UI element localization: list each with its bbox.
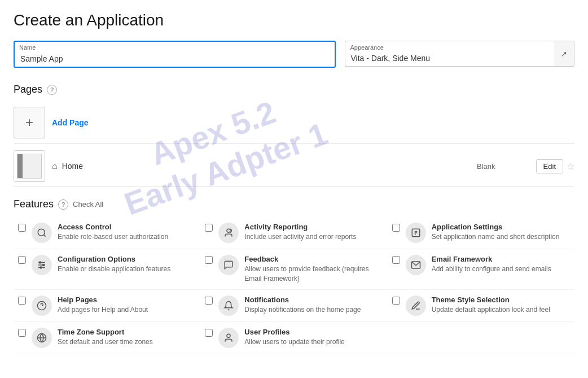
feature-icon-config-options bbox=[32, 255, 52, 275]
feature-item-feedback: Feedback Allow users to provide feedback… bbox=[200, 249, 387, 290]
feature-desc-app-settings: Set application name and short descripti… bbox=[432, 232, 570, 242]
feature-checkbox-email-framework[interactable] bbox=[392, 256, 400, 264]
check-all-link[interactable]: Check All bbox=[73, 200, 103, 208]
feature-name-app-settings: Application Settings bbox=[432, 223, 570, 231]
feature-icon-help-pages bbox=[32, 296, 52, 316]
page-row: ⌂ Home Blank Edit ☆ bbox=[14, 146, 574, 187]
feature-text-theme-style: Theme Style Selection Update default app… bbox=[432, 296, 570, 315]
page-name: Home bbox=[62, 162, 83, 171]
top-form-row: Name Appearance ↗ bbox=[14, 41, 574, 68]
feature-icon-theme-style bbox=[406, 296, 426, 316]
appearance-field-group: Appearance ↗ bbox=[345, 41, 575, 67]
feature-text-user-profiles: User Profiles Allow users to update thei… bbox=[244, 328, 383, 347]
feature-text-app-settings: Application Settings Set application nam… bbox=[432, 223, 570, 242]
svg-point-15 bbox=[227, 334, 230, 337]
feature-name-notifications: Notifications bbox=[244, 296, 383, 304]
feature-text-activity-reporting: Activity Reporting Include user activity… bbox=[244, 223, 383, 242]
feature-desc-user-profiles: Allow users to update their profile bbox=[244, 337, 383, 347]
add-page-link[interactable]: Add Page bbox=[52, 118, 89, 127]
feature-checkbox-config-options[interactable] bbox=[18, 256, 26, 264]
feature-item-help-pages: Help Pages Add pages for Help and About bbox=[14, 290, 200, 322]
feature-item-theme-style: Theme Style Selection Update default app… bbox=[388, 290, 574, 322]
name-input[interactable] bbox=[14, 41, 336, 68]
feature-item-config-options: Configuration Options Enable or disable … bbox=[14, 249, 200, 290]
feature-icon-user-profiles bbox=[218, 328, 239, 348]
feature-desc-config-options: Enable or disable application features bbox=[58, 264, 196, 274]
feature-desc-activity-reporting: Include user activity and error reports bbox=[244, 232, 383, 242]
home-icon: ⌂ bbox=[52, 161, 58, 171]
page-actions: Edit ☆ bbox=[536, 159, 574, 173]
edit-page-button[interactable]: Edit bbox=[536, 159, 563, 173]
feature-text-email-framework: Email Framework Add ability to configure… bbox=[432, 255, 570, 274]
feature-checkbox-notifications[interactable] bbox=[205, 297, 213, 305]
feature-item-activity-reporting: Activity Reporting Include user activity… bbox=[200, 217, 387, 249]
feature-icon-feedback bbox=[218, 255, 239, 275]
feature-text-help-pages: Help Pages Add pages for Help and About bbox=[58, 296, 196, 315]
plus-icon: + bbox=[25, 115, 33, 131]
name-field-group: Name bbox=[14, 41, 336, 68]
page-type: Blank bbox=[477, 162, 495, 171]
feature-desc-email-framework: Add ability to configure and send emails bbox=[432, 264, 570, 274]
appearance-input[interactable] bbox=[345, 41, 555, 67]
pages-help-icon[interactable]: ? bbox=[47, 85, 57, 95]
feature-name-theme-style: Theme Style Selection bbox=[432, 296, 570, 304]
svg-point-0 bbox=[38, 229, 45, 236]
expand-icon: ↗ bbox=[561, 50, 567, 58]
feature-desc-theme-style: Update default application look and feel bbox=[432, 305, 570, 315]
feature-item-app-settings: Application Settings Set application nam… bbox=[388, 217, 574, 249]
feature-checkbox-feedback[interactable] bbox=[205, 256, 213, 264]
page-thumbnail bbox=[14, 150, 45, 182]
pages-section-header: Pages ? bbox=[14, 84, 574, 95]
feature-checkbox-app-settings[interactable] bbox=[392, 224, 400, 232]
svg-point-7 bbox=[40, 262, 41, 263]
feature-name-timezone: Time Zone Support bbox=[58, 328, 196, 336]
page-title: Create an Application bbox=[14, 11, 574, 29]
features-section-title: Features bbox=[14, 198, 54, 210]
add-page-row: + Add Page bbox=[14, 102, 574, 144]
home-star-icon[interactable]: ☆ bbox=[567, 161, 574, 172]
feature-icon-notifications bbox=[218, 296, 239, 316]
svg-line-1 bbox=[43, 234, 45, 236]
feature-item-email-framework: Email Framework Add ability to configure… bbox=[388, 249, 574, 290]
feature-checkbox-help-pages[interactable] bbox=[18, 297, 26, 305]
page-wrapper: Apex 5.2 Early Adpter 1 Create an Applic… bbox=[0, 0, 588, 366]
feature-item-placeholder bbox=[388, 322, 574, 354]
page-info: ⌂ Home Blank bbox=[52, 161, 529, 171]
pages-section-title: Pages bbox=[14, 84, 42, 95]
feature-desc-timezone: Set default and user time zones bbox=[58, 337, 196, 347]
page-thumb-sidebar bbox=[17, 154, 23, 177]
svg-point-8 bbox=[43, 264, 45, 266]
feature-checkbox-user-profiles[interactable] bbox=[205, 329, 213, 337]
feature-text-feedback: Feedback Allow users to provide feedback… bbox=[244, 255, 383, 284]
feature-text-timezone: Time Zone Support Set default and user t… bbox=[58, 328, 196, 347]
features-help-icon[interactable]: ? bbox=[58, 199, 68, 210]
feature-desc-feedback: Allow users to provide feedback (require… bbox=[244, 264, 383, 284]
feature-checkbox-timezone[interactable] bbox=[18, 329, 26, 337]
feature-name-access-control: Access Control bbox=[58, 223, 196, 231]
features-grid: Access Control Enable role-based user au… bbox=[14, 217, 574, 354]
feature-icon-access-control bbox=[32, 223, 52, 243]
feature-checkbox-activity-reporting[interactable] bbox=[205, 224, 213, 232]
feature-checkbox-access-control[interactable] bbox=[18, 224, 26, 232]
feature-icon-app-settings bbox=[406, 223, 426, 243]
feature-item-timezone: Time Zone Support Set default and user t… bbox=[14, 322, 200, 354]
feature-text-config-options: Configuration Options Enable or disable … bbox=[58, 255, 196, 274]
feature-text-notifications: Notifications Display notifications on t… bbox=[244, 296, 383, 315]
add-page-box[interactable]: + bbox=[14, 107, 45, 138]
feature-icon-timezone bbox=[32, 328, 52, 348]
feature-checkbox-theme-style[interactable] bbox=[392, 297, 400, 305]
feature-text-access-control: Access Control Enable role-based user au… bbox=[58, 223, 196, 242]
feature-icon-activity-reporting bbox=[218, 223, 239, 243]
feature-desc-notifications: Display notifications on the home page bbox=[244, 305, 383, 315]
feature-name-activity-reporting: Activity Reporting bbox=[244, 223, 383, 231]
svg-point-2 bbox=[227, 229, 230, 232]
feature-item-access-control: Access Control Enable role-based user au… bbox=[14, 217, 200, 249]
feature-item-user-profiles: User Profiles Allow users to update thei… bbox=[200, 322, 387, 354]
appearance-expand-button[interactable]: ↗ bbox=[554, 41, 574, 67]
feature-name-config-options: Configuration Options bbox=[58, 255, 196, 263]
appearance-inner: Appearance bbox=[345, 41, 555, 67]
feature-name-user-profiles: User Profiles bbox=[244, 328, 383, 336]
svg-point-9 bbox=[40, 267, 42, 268]
page-thumb-inner bbox=[17, 154, 41, 178]
feature-icon-email-framework bbox=[406, 255, 426, 275]
